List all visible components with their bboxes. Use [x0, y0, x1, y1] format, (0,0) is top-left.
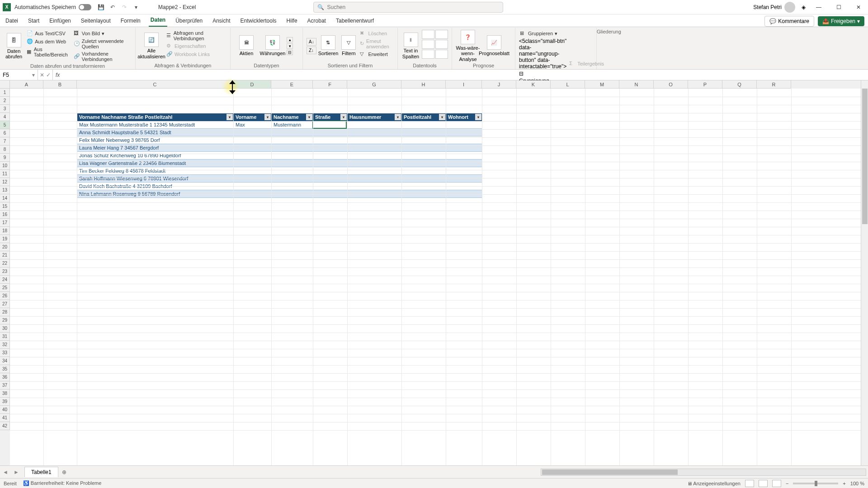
name-box[interactable]: F5 ▾: [0, 70, 38, 80]
qat-dropdown-icon[interactable]: ▾: [132, 3, 140, 11]
row-header[interactable]: 37: [0, 381, 10, 389]
table-cell[interactable]: [348, 167, 402, 175]
column-header[interactable]: G: [347, 80, 401, 89]
ribbon-tab-formeln[interactable]: Formeln: [119, 15, 142, 27]
row-header[interactable]: 24: [0, 276, 10, 284]
row-header[interactable]: 28: [0, 308, 10, 316]
minimize-button[interactable]: —: [812, 2, 826, 13]
row-header[interactable]: 18: [0, 227, 10, 235]
table-header[interactable]: Hausnummer▾: [348, 113, 402, 121]
cancel-formula-icon[interactable]: ✕: [40, 72, 44, 78]
zoom-out-button[interactable]: −: [786, 481, 788, 486]
ribbon-tab-überprüfen[interactable]: Überprüfen: [174, 15, 204, 27]
user-account[interactable]: Stefan Petri: [753, 2, 795, 13]
row-header[interactable]: 3: [0, 105, 10, 113]
row-header[interactable]: 11: [0, 170, 10, 178]
row-header[interactable]: 6: [0, 129, 10, 137]
group-button[interactable]: ⊞Gruppieren ▾: [519, 30, 566, 37]
scrollbar-thumb[interactable]: [542, 469, 678, 475]
fx-icon[interactable]: fx: [53, 70, 62, 80]
currencies-button[interactable]: 💱 Währungen: [260, 35, 285, 56]
row-header[interactable]: 41: [0, 414, 10, 422]
chevron-down-icon[interactable]: ▾: [32, 72, 35, 78]
filter-dropdown-icon[interactable]: ▾: [226, 114, 233, 120]
table-cell[interactable]: [272, 175, 313, 183]
row-header[interactable]: 13: [0, 186, 10, 194]
table-cell[interactable]: [402, 121, 446, 129]
column-header[interactable]: L: [551, 80, 585, 89]
row-header[interactable]: 7: [0, 137, 10, 145]
column-header[interactable]: R: [757, 80, 791, 89]
column-headers[interactable]: ABCDEFGHIJKLMNOPQR: [10, 80, 861, 89]
table-cell[interactable]: Anna Schmidt Hauptstraße 5 54321 Stadt: [77, 129, 234, 136]
table-cell[interactable]: [234, 160, 272, 167]
table-cell[interactable]: [446, 160, 482, 167]
table-header[interactable]: Vorname▾: [234, 113, 272, 121]
row-headers[interactable]: 1234567891011121314151617181920212223242…: [0, 89, 10, 465]
page-break-view-button[interactable]: [772, 480, 781, 487]
table-cell[interactable]: [234, 167, 272, 175]
vertical-scrollbar[interactable]: [861, 80, 868, 465]
consolidate-button[interactable]: [435, 40, 448, 49]
table-cell[interactable]: [313, 152, 348, 160]
row-header[interactable]: 19: [0, 235, 10, 243]
table-cell[interactable]: [313, 167, 348, 175]
table-cell[interactable]: Max Mustermann Musterstraße 1 12345 Must…: [77, 121, 234, 129]
queries-connections-button[interactable]: ☰Abfragen und Verbindungen: [165, 30, 226, 42]
table-cell[interactable]: [446, 190, 482, 198]
remove-duplicates-button[interactable]: [435, 30, 448, 39]
column-header[interactable]: O: [654, 80, 688, 89]
row-header[interactable]: 27: [0, 300, 10, 308]
filter-dropdown-icon[interactable]: ▾: [340, 114, 347, 120]
table-header[interactable]: Nachname▾: [272, 113, 313, 121]
table-cell[interactable]: [402, 129, 446, 136]
table-cell[interactable]: [446, 129, 482, 136]
from-web-button[interactable]: 🌐Aus dem Web: [26, 38, 71, 45]
row-header[interactable]: 22: [0, 259, 10, 267]
row-header[interactable]: 25: [0, 284, 10, 292]
row-header[interactable]: 10: [0, 162, 10, 170]
table-cell[interactable]: Sarah Hoffmann Wiesenweg 6 78901 Wiesend…: [77, 175, 234, 183]
filter-dropdown-icon[interactable]: ▾: [475, 114, 481, 120]
table-cell[interactable]: Nina Lehmann Rosenweg 9 56789 Rosendorf: [77, 190, 234, 198]
worksheet[interactable]: ABCDEFGHIJKLMNOPQR 123456789101112131415…: [0, 80, 868, 465]
table-cell[interactable]: [234, 129, 272, 136]
row-header[interactable]: 40: [0, 406, 10, 414]
maximize-button[interactable]: ☐: [832, 2, 845, 13]
zoom-slider[interactable]: [793, 483, 838, 484]
datatype-down-icon[interactable]: ▾: [287, 43, 293, 49]
zoom-in-button[interactable]: +: [843, 481, 845, 486]
accessibility-status[interactable]: ♿ Barrierefreiheit: Keine Probleme: [23, 480, 102, 486]
row-header[interactable]: 42: [0, 422, 10, 430]
from-table-range-button[interactable]: ▦Aus Tabelle/Bereich: [26, 46, 71, 58]
horizontal-scrollbar[interactable]: [541, 469, 866, 476]
table-header[interactable]: Straße▾: [313, 113, 348, 121]
diamond-icon[interactable]: ◈: [802, 4, 806, 10]
autosave-toggle[interactable]: Automatisches Speichern: [14, 4, 91, 10]
sheet-nav-prev[interactable]: ◄: [0, 469, 11, 475]
row-header[interactable]: 29: [0, 316, 10, 324]
table-cell[interactable]: [313, 129, 348, 136]
table-header[interactable]: Postleitzahl▾: [402, 113, 446, 121]
datatype-more-icon[interactable]: ⊟: [287, 50, 293, 55]
row-header[interactable]: 5: [0, 121, 10, 129]
sheet-nav-next[interactable]: ►: [11, 469, 22, 475]
table-cell[interactable]: [348, 160, 402, 167]
close-button[interactable]: ✕: [852, 2, 865, 13]
column-header[interactable]: B: [43, 80, 77, 89]
datatype-up-icon[interactable]: ▴: [287, 37, 293, 42]
from-text-csv-button[interactable]: 📄Aus Text/CSV: [26, 30, 71, 37]
ribbon-tab-ansicht[interactable]: Ansicht: [211, 15, 232, 27]
flash-fill-button[interactable]: [422, 30, 434, 39]
row-header[interactable]: 30: [0, 324, 10, 333]
formula-input[interactable]: [62, 70, 868, 80]
column-header[interactable]: H: [401, 80, 446, 89]
get-data-button[interactable]: 🗄 Daten abrufen: [4, 30, 24, 62]
zoom-level[interactable]: 100 %: [850, 481, 864, 486]
table-cell[interactable]: [348, 175, 402, 183]
row-header[interactable]: 8: [0, 145, 10, 154]
stocks-button[interactable]: 🏛 Aktien: [234, 35, 259, 56]
table-cell[interactable]: [402, 160, 446, 167]
redo-icon[interactable]: ↷: [120, 3, 128, 11]
select-all-corner[interactable]: [0, 80, 10, 89]
